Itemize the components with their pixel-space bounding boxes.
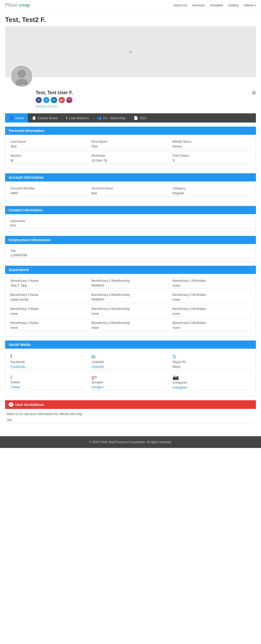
tab-about-icon: 👤 xyxy=(9,116,14,120)
footer-text: © 2016 Pfizer Multi-Purpose Cooperative.… xyxy=(89,440,172,444)
account-info-section: Account Information Account Number 3484 … xyxy=(5,173,256,202)
nav-logo: Pfizer coop xyxy=(5,3,30,8)
field-ben4-bd: Beneficiary 4 Birthdate none xyxy=(171,319,252,333)
tab-soa-label: SOA xyxy=(139,116,146,120)
field-ben3-name: Beneficiary 3 Name none xyxy=(9,305,90,319)
linkedin-link[interactable]: LinkedIn xyxy=(92,365,169,370)
field-ben1-rel: Beneficiary 1 Relationship PARENT xyxy=(90,277,171,291)
field-first-name: First Name Test xyxy=(90,138,171,152)
linkedin-icon: in xyxy=(92,354,169,360)
dependents-body: Beneficiary 1 Name Test T. Test Benefici… xyxy=(5,274,256,336)
field-middle-name: Middle Name Flores xyxy=(171,138,252,152)
add-photo-icon[interactable]: + xyxy=(128,48,133,56)
facebook-profile-icon[interactable]: f xyxy=(36,97,42,103)
twitter-link[interactable]: Twitter xyxy=(10,385,88,390)
dependent-row-3: Beneficiary 3 Name none Beneficiary 3 Re… xyxy=(9,305,252,319)
skype-value: None xyxy=(173,365,251,370)
personal-row-1: Last Name Test First Name Test Middle Na… xyxy=(9,138,252,152)
personal-row-2: Gender M Birthdate 22-Dec-78 Civil Statu… xyxy=(9,152,252,166)
field-ben3-bd: Beneficiary 3 Birthdate none xyxy=(171,305,252,319)
field-category: Category Regular xyxy=(171,185,252,199)
tab-capital-icon: 📋 xyxy=(32,116,36,120)
account-row-1: Account Number 3484 Account Name test Ca… xyxy=(9,185,252,199)
field-ben1-bd: Beneficiary 1 Birthdate none xyxy=(171,277,252,291)
field-ben1-name: Beneficiary 1 Name Test T. Test xyxy=(9,277,90,291)
instagram-link[interactable]: Instagram xyxy=(173,385,251,391)
tab-soa[interactable]: 📄 SOA xyxy=(129,113,150,123)
twitter-icon: t xyxy=(10,374,88,380)
field-ben4-name: Beneficiary 4 Name none xyxy=(9,319,90,333)
profile-info: Test, Test User F. f t in g+ 📷 test@gmai… xyxy=(5,77,256,111)
linkedin-profile-icon[interactable]: in xyxy=(51,97,57,103)
field-ben2-rel: Beneficiary 2 Relationship PARENT xyxy=(90,291,171,305)
googleplus-profile-icon[interactable]: g+ xyxy=(59,97,65,103)
field-skype: S Skype ID None xyxy=(171,352,252,372)
contact-info-header: Contact Information xyxy=(5,206,256,214)
facebook-link[interactable]: Facebook xyxy=(10,365,88,370)
user-acceptance-title: User Acceptance xyxy=(15,403,44,407)
footer: © 2016 Pfizer Multi-Purpose Cooperative.… xyxy=(0,436,261,448)
nav-activities[interactable]: Activities xyxy=(210,3,223,7)
dependent-row-4: Beneficiary 4 Name none Beneficiary 4 Re… xyxy=(9,319,252,333)
svg-point-0 xyxy=(18,70,26,78)
employment-info-header: Employment Information xyxy=(5,236,256,244)
tab-capital-share[interactable]: 📋 Capital Share xyxy=(28,113,62,123)
dependents-section: Dependents Beneficiary 1 Name Test T. Te… xyxy=(5,266,256,336)
field-gender: Gender M xyxy=(9,152,90,166)
field-googleplus: g+ Google+ Google+ xyxy=(90,372,171,393)
dependents-header: Dependents xyxy=(5,266,256,274)
dependent-row-2: Beneficiary 2 Name Adam Smith Beneficiar… xyxy=(9,291,252,305)
nav-gallery[interactable]: Gallery xyxy=(228,3,239,7)
profile-tabs: 👤 About 📋 Capital Share ℹ Loan Balance 👥… xyxy=(5,113,256,123)
tab-about-label: About xyxy=(15,116,24,120)
employment-info-section: Employment Information TIN 123456789 xyxy=(5,236,256,262)
account-info-body: Account Number 3484 Account Name test Ca… xyxy=(5,181,256,202)
tab-co-icon: 👥 xyxy=(97,116,101,120)
tab-loan-balance[interactable]: ℹ Loan Balance xyxy=(62,113,93,123)
user-acceptance-body: Allow us to use your information for off… xyxy=(5,409,256,426)
user-acceptance-section: ! User Acceptance Allow us to use your i… xyxy=(5,400,256,426)
personal-info-body: Last Name Test First Name Test Middle Na… xyxy=(5,135,256,169)
account-info-header: Account Information xyxy=(5,173,256,181)
user-acceptance-text: Allow us to use your information for off… xyxy=(7,412,254,416)
nav-services[interactable]: Services xyxy=(192,3,205,7)
social-media-body: f Facebook Facebook in LinkedIn LinkedIn… xyxy=(5,349,256,396)
contact-info-body: Username test xyxy=(5,214,256,232)
field-twitter: t Twitter Twitter xyxy=(9,372,90,393)
field-ben2-name: Beneficiary 2 Name Adam Smith xyxy=(9,291,90,305)
field-instagram: 📷 Instagram Instagram xyxy=(171,372,252,393)
nav-links: About Us Services Activities Gallery Oth… xyxy=(173,3,256,7)
field-tin: TIN 123456789 xyxy=(9,247,252,258)
field-account-name: Account Name test xyxy=(90,185,171,199)
instagram-profile-icon[interactable]: 📷 xyxy=(66,97,72,103)
tab-loan-icon: ℹ xyxy=(66,116,67,120)
tab-co-makership[interactable]: 👥 Co - Makership xyxy=(93,113,129,123)
googleplus-icon: g+ xyxy=(92,374,169,380)
contact-info-section: Contact Information Username test xyxy=(5,206,256,232)
nav-about-us[interactable]: About Us xyxy=(173,3,187,7)
field-ben4-rel: Beneficiary 4 Relationship none xyxy=(90,319,171,333)
field-birthdate: Birthdate 22-Dec-78 xyxy=(90,152,171,166)
tab-soa-icon: 📄 xyxy=(134,116,138,120)
facebook-icon: f xyxy=(10,354,88,360)
dependent-row-1: Beneficiary 1 Name Test T. Test Benefici… xyxy=(9,277,252,291)
tab-loan-label: Loan Balance xyxy=(69,116,89,120)
field-linkedin: in LinkedIn LinkedIn xyxy=(90,352,171,372)
social-media-row-2: t Twitter Twitter g+ Google+ Google+ 📷 I… xyxy=(9,372,252,393)
tab-about[interactable]: 👤 About xyxy=(5,113,28,123)
settings-icon[interactable]: ⚙ xyxy=(252,90,256,96)
field-last-name: Last Name Test xyxy=(9,138,90,152)
twitter-profile-icon[interactable]: t xyxy=(43,97,49,103)
social-media-section: Social Media f Facebook Facebook in Link… xyxy=(5,341,256,396)
profile-email: test@gmail.com xyxy=(36,105,256,108)
field-ben2-bd: Beneficiary 2 Birthdate none xyxy=(171,291,252,305)
profile-banner: + xyxy=(5,26,256,77)
user-acceptance-value: Yes xyxy=(7,418,254,423)
navbar: Pfizer coop About Us Services Activities… xyxy=(0,0,261,11)
nav-others[interactable]: Others xyxy=(244,3,256,7)
tab-co-label: Co - Makership xyxy=(103,116,125,120)
page-title: Test, Test2 F. xyxy=(0,11,261,26)
googleplus-link[interactable]: Google+ xyxy=(92,385,169,390)
field-username: Username test xyxy=(9,217,252,228)
profile-name: Test, Test User F. xyxy=(36,90,256,95)
